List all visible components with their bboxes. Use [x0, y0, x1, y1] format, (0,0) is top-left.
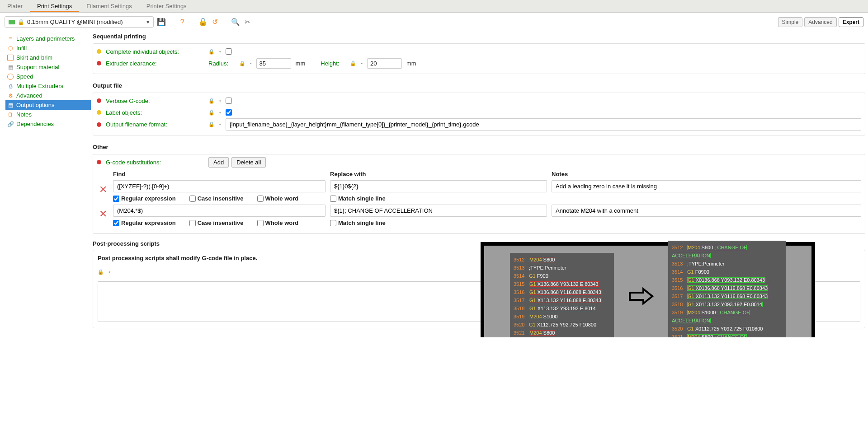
label-gcode-subs: G-code substitutions:: [106, 159, 194, 166]
chevron-down-icon: ▾: [146, 19, 150, 25]
bullet-icon: [97, 122, 101, 127]
lock-action-icon[interactable]: 🔓: [199, 18, 207, 26]
example-overlay: 3512M204 S8003513;TYPE:Perimeter3514G1 F…: [481, 242, 815, 337]
sidebar-item-label: Multiple Extruders: [16, 83, 63, 89]
single-checkbox[interactable]: [330, 220, 336, 226]
replace-input[interactable]: [330, 205, 547, 217]
label-filename-format: Output filename format:: [106, 121, 194, 128]
dot-icon: •: [359, 61, 364, 66]
regex-checkbox[interactable]: [113, 220, 119, 226]
content: Sequential printing Complete individual …: [93, 31, 868, 337]
flag-label: Whole word: [265, 219, 299, 226]
bullet-icon: [97, 110, 101, 115]
replace-input[interactable]: [330, 180, 547, 192]
flag-label: Regular expression: [121, 195, 176, 202]
column-header-replace: Replace with: [330, 171, 547, 177]
lock-icon[interactable]: 🔒: [239, 61, 245, 66]
column-header-find: Find: [113, 171, 326, 177]
dependencies-icon: 🔗: [7, 121, 14, 127]
height-input[interactable]: [367, 58, 402, 69]
output-icon: ▤: [7, 102, 14, 108]
tab-print-settings[interactable]: Print Settings: [30, 0, 79, 12]
single-checkbox[interactable]: [330, 196, 336, 202]
speed-icon: [7, 74, 14, 80]
delete-all-button[interactable]: Delete all: [231, 157, 266, 168]
delete-row-button[interactable]: ✕: [98, 208, 108, 220]
notes-input[interactable]: [552, 205, 861, 217]
sidebar-item-dependencies[interactable]: 🔗Dependencies: [5, 119, 91, 129]
label-objects-checkbox[interactable]: [226, 109, 232, 116]
sidebar-item-extruders[interactable]: ⎙Multiple Extruders: [5, 81, 91, 91]
unit-mm: mm: [296, 60, 306, 67]
case-checkbox[interactable]: [189, 220, 196, 226]
complete-objects-checkbox[interactable]: [226, 48, 232, 55]
search-icon[interactable]: 🔍: [231, 18, 240, 26]
sidebar-item-speed[interactable]: Speed: [5, 72, 91, 81]
compare-icon[interactable]: ✂: [243, 18, 251, 26]
lock-icon[interactable]: 🔒: [350, 61, 356, 66]
dot-icon: •: [107, 270, 112, 275]
sidebar-item-label: Infill: [16, 45, 27, 51]
tab-printer-settings[interactable]: Printer Settings: [139, 0, 194, 12]
find-input[interactable]: [113, 205, 326, 217]
flag-label: Regular expression: [121, 219, 176, 226]
dot-icon: •: [217, 110, 223, 115]
verbose-checkbox[interactable]: [226, 98, 232, 104]
skirt-icon: [7, 55, 14, 61]
top-tabs: Plater Print Settings Filament Settings …: [0, 0, 868, 13]
add-button[interactable]: Add: [208, 157, 229, 168]
sidebar-item-label: Notes: [16, 111, 32, 118]
sidebar-item-support[interactable]: ▦Support material: [5, 62, 91, 72]
section-title-output: Output file: [93, 80, 865, 93]
save-icon[interactable]: 💾: [157, 18, 165, 26]
lock-icon[interactable]: 🔒: [208, 121, 215, 127]
sidebar-item-skirt[interactable]: Skirt and brim: [5, 53, 91, 62]
delete-row-button[interactable]: ✕: [98, 184, 108, 196]
code-pane-before: 3512M204 S8003513;TYPE:Perimeter3514G1 F…: [510, 253, 614, 337]
bullet-icon: [97, 98, 101, 103]
find-input[interactable]: [113, 180, 326, 192]
extruders-icon: ⎙: [7, 83, 14, 89]
unit-mm: mm: [406, 60, 416, 67]
label-radius: Radius:: [208, 60, 228, 67]
preset-flag-icon: [9, 20, 15, 24]
sidebar-item-infill[interactable]: ⬡Infill: [5, 43, 91, 53]
arrow-icon: [627, 287, 655, 305]
whole-checkbox[interactable]: [257, 220, 264, 226]
mode-expert[interactable]: Expert: [839, 17, 863, 27]
layers-icon: ≡: [7, 36, 14, 42]
dot-icon: •: [248, 61, 254, 66]
filename-format-input[interactable]: [226, 118, 861, 131]
case-checkbox[interactable]: [189, 196, 196, 202]
radius-input[interactable]: [256, 58, 291, 69]
label-height: Height:: [321, 60, 339, 67]
notes-input[interactable]: [552, 180, 861, 192]
mode-simple[interactable]: Simple: [778, 17, 803, 27]
sidebar-item-label: Output options: [16, 102, 55, 108]
help-icon[interactable]: ?: [178, 18, 186, 26]
lock-icon[interactable]: 🔒: [98, 269, 104, 275]
lock-icon[interactable]: 🔒: [208, 49, 215, 55]
support-icon: ▦: [7, 64, 14, 70]
sidebar-item-advanced[interactable]: ⚙Advanced: [5, 91, 91, 100]
regex-checkbox[interactable]: [113, 196, 119, 202]
undo-icon[interactable]: ↺: [211, 18, 219, 26]
sidebar-item-label: Layers and perimeters: [16, 35, 75, 42]
preset-select[interactable]: 🔒 0.15mm QUALITY @MINI (modified) ▾: [5, 16, 154, 28]
toolbar: 🔒 0.15mm QUALITY @MINI (modified) ▾ 💾 ? …: [0, 13, 868, 31]
lock-icon[interactable]: 🔒: [208, 98, 215, 104]
sidebar-item-output[interactable]: ▤Output options: [5, 100, 91, 110]
advanced-icon: ⚙: [7, 93, 14, 99]
notes-icon: 🗒: [7, 112, 14, 118]
flag-label: Match single line: [338, 219, 386, 226]
lock-icon[interactable]: 🔒: [208, 110, 215, 116]
label-extruder-clearance: Extruder clearance:: [106, 60, 194, 67]
mode-advanced[interactable]: Advanced: [804, 17, 836, 27]
sidebar-item-label: Speed: [16, 73, 33, 80]
whole-checkbox[interactable]: [257, 196, 264, 202]
tab-filament-settings[interactable]: Filament Settings: [79, 0, 139, 12]
sidebar-item-notes[interactable]: 🗒Notes: [5, 110, 91, 119]
sidebar-item-layers[interactable]: ≡Layers and perimeters: [5, 34, 91, 43]
dot-icon: •: [217, 98, 223, 103]
tab-plater[interactable]: Plater: [0, 0, 30, 12]
